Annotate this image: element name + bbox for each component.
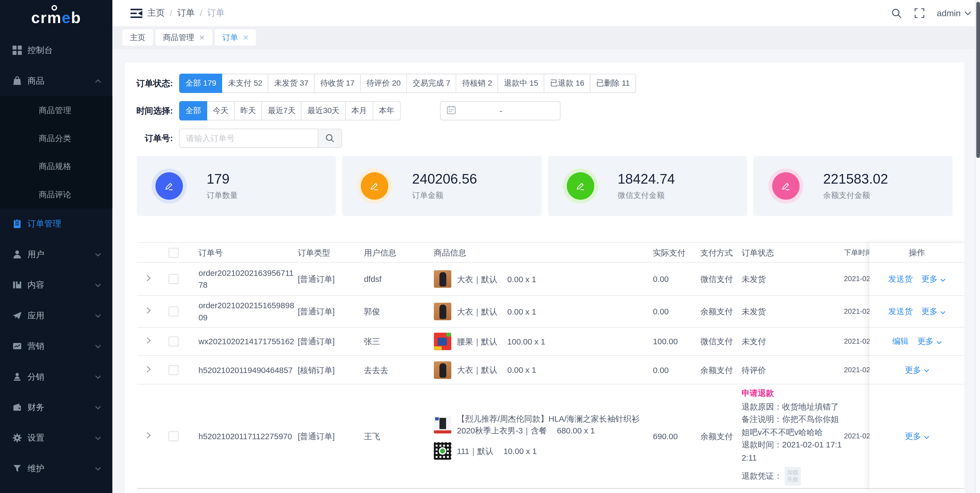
status-filter-unpaid[interactable]: 未支付 52 (222, 73, 269, 93)
status-filter-deleted[interactable]: 已删除 11 (590, 73, 636, 93)
time-filter-yesterday[interactable]: 昨天 (235, 101, 262, 120)
order-no-input[interactable]: 请输入订单号 (179, 129, 318, 148)
date-range-input[interactable]: - (440, 101, 560, 120)
status-filter-all[interactable]: 全部 179 (179, 73, 223, 93)
sidebar-item-apps[interactable]: 应用 (0, 300, 112, 331)
edit-link[interactable]: 编辑 (892, 336, 908, 347)
status-filter-refunding[interactable]: 退款中 15 (498, 73, 544, 93)
fullscreen-icon[interactable] (915, 8, 924, 18)
row-checkbox[interactable] (169, 337, 178, 347)
dashboard-grid-icon (12, 46, 22, 55)
more-link[interactable]: 更多 (917, 336, 942, 347)
sidebar-item-maintain[interactable]: 维护 (0, 453, 112, 483)
status-filter-receiving[interactable]: 待收货 17 (315, 73, 361, 93)
expand-row-icon[interactable] (146, 430, 151, 442)
breadcrumb-current: 订单 (207, 7, 224, 19)
tab-goods-manage[interactable]: 商品管理✕ (155, 29, 212, 46)
sidebar-item-settings[interactable]: 设置 (0, 423, 112, 453)
product-price-qty: 0.00 x 1 (507, 365, 536, 374)
send-goods-link[interactable]: 发送货 (888, 274, 913, 285)
status-filter-verify[interactable]: 待核销 2 (457, 73, 498, 93)
stat-icon-halo (357, 169, 392, 204)
time-filter-30days[interactable]: 最近30天 (302, 101, 345, 120)
time-filter-year[interactable]: 本年 (373, 101, 401, 120)
status-filter-complete[interactable]: 交易完成 7 (407, 73, 457, 93)
breadcrumb: 主页 / 订单 / 订单 (147, 0, 224, 26)
more-label: 更多 (921, 306, 937, 317)
row-checkbox[interactable] (169, 431, 178, 441)
sidebar-item-users[interactable]: 用户 (0, 239, 112, 270)
close-icon[interactable]: ✕ (199, 33, 205, 42)
col-product-info: 商品信息 (434, 247, 652, 258)
expand-row-icon[interactable] (146, 305, 151, 317)
sidebar-item-goods-spec[interactable]: 商品规格 (0, 152, 112, 180)
search-order-button[interactable] (318, 129, 342, 148)
tab-home[interactable]: 主页 (123, 29, 153, 46)
chevron-down-icon (940, 274, 945, 283)
table-row: h52021020117112275970 [普通订单] 王飞 【烈儿推荐/周杰… (137, 385, 952, 489)
tab-label: 商品管理 (163, 32, 194, 43)
chevron-down-icon (964, 11, 971, 15)
col-order-status: 订单状态 (741, 247, 845, 258)
select-all-checkbox[interactable] (169, 248, 178, 258)
col-actions: 操作 (870, 242, 965, 263)
status-filter-review[interactable]: 待评价 20 (361, 73, 407, 93)
sidebar: crmeb 控制台 商品 商品管理 商品分类 商品规格 (0, 0, 112, 493)
more-link[interactable]: 更多 (921, 274, 946, 285)
col-actual-pay: 实际支付 (653, 247, 697, 258)
tab-orders[interactable]: 订单✕ (215, 29, 256, 46)
close-icon[interactable]: ✕ (243, 33, 249, 42)
time-filter-7days[interactable]: 最近7天 (262, 101, 302, 120)
send-goods-link[interactable]: 发送货 (888, 306, 913, 317)
sidebar-item-goods[interactable]: 商品 (0, 65, 112, 96)
collapse-menu-icon[interactable] (130, 8, 144, 21)
breadcrumb-orders[interactable]: 订单 (177, 7, 195, 19)
expand-row-icon[interactable] (146, 273, 151, 285)
time-filter-month[interactable]: 本月 (345, 101, 373, 120)
sidebar-subitem-label: 商品分类 (39, 133, 71, 144)
more-link[interactable]: 更多 (905, 364, 929, 375)
row-checkbox[interactable] (169, 274, 178, 284)
chevron-down-icon (936, 337, 942, 346)
stat-label: 微信支付金额 (618, 191, 675, 201)
chevron-down-icon (95, 283, 101, 287)
stat-icon-halo (152, 169, 187, 204)
user-menu[interactable]: admin (937, 8, 971, 18)
refund-title: 申请退款 (741, 387, 845, 400)
row-checkbox[interactable] (169, 365, 178, 375)
order-time: 2021-02-0 (844, 364, 869, 376)
sidebar-item-goods-manage[interactable]: 商品管理 (0, 96, 112, 124)
sidebar-item-goods-review[interactable]: 商品评论 (0, 180, 112, 208)
pay-method: 微信支付 (700, 336, 740, 347)
row-actions: 发送货 更多 (870, 263, 965, 296)
sidebar-item-distribution[interactable]: 分销 (0, 361, 112, 392)
calendar-icon (447, 105, 456, 116)
sidebar-item-label: 控制台 (27, 45, 53, 56)
search-icon[interactable] (891, 8, 902, 18)
sidebar-item-goods-category[interactable]: 商品分类 (0, 124, 112, 152)
more-link[interactable]: 更多 (921, 306, 946, 317)
sidebar-item-dashboard[interactable]: 控制台 (0, 35, 112, 65)
breadcrumb-home[interactable]: 主页 (147, 7, 165, 19)
sidebar-item-content[interactable]: 内容 (0, 270, 112, 300)
col-order-no: 订单号 (199, 247, 297, 258)
chevron-up-icon (95, 79, 101, 83)
more-link[interactable]: 更多 (905, 431, 929, 442)
status-filter-unshipped[interactable]: 未发货 37 (269, 73, 315, 93)
sidebar-item-orders[interactable]: 订单管理 (0, 208, 112, 239)
actual-pay: 0.00 (653, 364, 697, 376)
chevron-down-icon (95, 436, 101, 440)
row-checkbox[interactable] (169, 306, 178, 316)
expand-row-icon[interactable] (146, 364, 151, 376)
expand-row-icon[interactable] (146, 336, 151, 347)
sidebar-item-marketing[interactable]: 营销 (0, 331, 112, 361)
sidebar-item-label: 维护 (27, 463, 44, 474)
time-filter-all[interactable]: 全部 (179, 101, 207, 120)
time-filter-today[interactable]: 今天 (207, 101, 235, 120)
more-label: 更多 (905, 431, 921, 442)
pay-method: 微信支付 (700, 273, 740, 285)
status-filter-refunded[interactable]: 已退款 16 (544, 73, 590, 93)
sidebar-item-finance[interactable]: 财务 (0, 392, 112, 423)
scrollbar-thumb[interactable] (976, 2, 980, 158)
product-info: 大衣｜默认0.00 x 1 (434, 270, 652, 288)
